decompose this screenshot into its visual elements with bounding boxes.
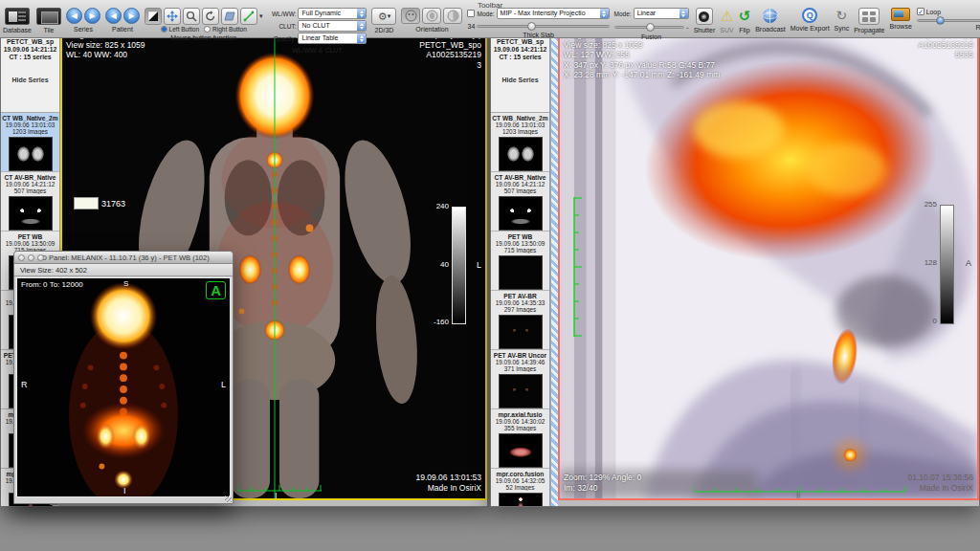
shutter-group: Shutter bbox=[694, 8, 716, 33]
mouse-tools-caret-icon[interactable]: ▾ bbox=[259, 12, 263, 20]
series-thumbnail bbox=[499, 137, 543, 171]
right-button-radio[interactable]: Right Button bbox=[204, 26, 247, 33]
broadcast-icon[interactable] bbox=[762, 8, 778, 24]
orientation-right-marker: R bbox=[21, 380, 28, 389]
wlww-clut-group: WL/WW: Full Dynamic CLUT: No CLUT Opacit… bbox=[267, 8, 367, 54]
movie-export-icon[interactable]: Q bbox=[802, 8, 817, 23]
move-tool-button[interactable] bbox=[164, 8, 181, 25]
slab-position-indicator[interactable]: 31763 bbox=[74, 197, 125, 209]
series-next-button[interactable]: ▶ bbox=[84, 8, 100, 24]
rate-slider-knob[interactable] bbox=[936, 16, 945, 25]
series-image-count: 52 Images bbox=[491, 484, 549, 491]
patient-prev-button[interactable]: ◀ bbox=[105, 8, 122, 24]
series-list-item[interactable]: PET AV-BR Uncor 19.09.06 14:39:46 371 Im… bbox=[491, 350, 549, 409]
zoom-button[interactable] bbox=[37, 254, 44, 261]
head-coronal-icon bbox=[426, 10, 438, 22]
rotate-icon bbox=[205, 11, 216, 22]
resize-grip[interactable] bbox=[225, 496, 232, 502]
patient-next-button[interactable]: ▶ bbox=[123, 8, 140, 24]
wlww-label: WL/WW: bbox=[267, 11, 296, 17]
3d-panel-titlebar[interactable]: 3D Panel: MELANIX - 11.10.71 (36 y) - PE… bbox=[14, 252, 233, 264]
select-arrows-icon bbox=[357, 9, 366, 18]
thickslab-tool-button[interactable] bbox=[221, 8, 238, 25]
clipping-range-indicator[interactable] bbox=[573, 197, 979, 500]
shutter-button[interactable] bbox=[696, 8, 713, 25]
series-list-item[interactable]: CT WB_Native_2m 19.09.06 13:01:03 1203 I… bbox=[491, 113, 549, 172]
series-date: 19.09.06 13:50:09 bbox=[1, 240, 59, 247]
length-tool-button[interactable] bbox=[240, 8, 257, 25]
minimize-button[interactable] bbox=[28, 254, 34, 261]
orientation-preset-badge[interactable]: A bbox=[206, 281, 226, 299]
movie-export-label: Movie Export bbox=[791, 25, 830, 32]
orientation-sagittal-button[interactable] bbox=[443, 8, 462, 24]
colorbar-min-label: -160 bbox=[434, 318, 449, 326]
window-controls bbox=[18, 254, 44, 261]
opacity-select[interactable]: Linear Table bbox=[298, 33, 367, 44]
fusion-slider[interactable] bbox=[614, 26, 684, 29]
series-name: CT WB_Native_2m bbox=[1, 115, 59, 121]
orientation-axial-button[interactable] bbox=[401, 8, 420, 24]
hide-series-button[interactable]: Hide Series bbox=[491, 77, 549, 83]
flip-group: ↺ Flip bbox=[739, 8, 751, 33]
series-prev-button[interactable]: ◀ bbox=[66, 8, 82, 24]
tile-group: Tile bbox=[36, 8, 61, 33]
series-thumbnail bbox=[499, 315, 543, 349]
volume-render-viewport[interactable]: Image size: 828 x 899 View size: 825 x 1… bbox=[558, 26, 979, 500]
series-list-item[interactable]: mpr.axial.fusio 19.09.06 14:30:02 355 Im… bbox=[491, 409, 549, 469]
broadcast-group: Broadcast bbox=[755, 8, 786, 33]
series-list-item[interactable]: CT AV-BR_Native 19.09.06 14:21:12 507 Im… bbox=[1, 172, 59, 231]
series-date: 19.09.06 14:21:12 bbox=[491, 181, 549, 187]
series-image-count: 371 Images bbox=[491, 365, 549, 372]
rate-group-label: Rate bbox=[975, 24, 980, 31]
flip-icon[interactable]: ↺ bbox=[739, 8, 751, 25]
browse-folder-icon[interactable] bbox=[891, 8, 910, 21]
thickslab-slider-knob[interactable] bbox=[527, 22, 536, 31]
select-arrows-icon bbox=[600, 9, 609, 18]
sync-icon[interactable]: ↻ bbox=[836, 8, 848, 23]
2d3d-button[interactable]: ⚙ ▾ bbox=[371, 8, 396, 25]
select-arrows-icon bbox=[357, 21, 366, 31]
2d3d-label: 2D/3D bbox=[375, 27, 394, 33]
mouse-function-group: ▾ Left Button Right Button Mouse button … bbox=[145, 8, 263, 41]
sync-group: ↻ Sync bbox=[835, 8, 850, 32]
thickslab-slider[interactable] bbox=[477, 25, 609, 28]
series-name: CT WB_Native_2m bbox=[491, 115, 549, 121]
fusion-group-label: Fusion bbox=[641, 33, 661, 40]
left-button-radio[interactable]: Left Button bbox=[161, 26, 199, 33]
zoom-tool-button[interactable] bbox=[183, 8, 200, 25]
select-arrows-icon bbox=[357, 33, 366, 43]
orientation-inferior-marker: I bbox=[797, 491, 800, 500]
fusion-slider-knob[interactable] bbox=[646, 23, 655, 32]
gear-icon: ⚙ bbox=[378, 11, 388, 23]
propagate-button[interactable] bbox=[858, 8, 880, 25]
series-list-item[interactable]: CT AV-BR_Native 19.09.06 14:21:12 507 Im… bbox=[491, 172, 549, 231]
pet-mip-viewport[interactable]: From: 0 To: 12000 A R L S I bbox=[16, 277, 231, 497]
thick-slab-group: Mode: MIP - Max Intensity Projectio 34 T… bbox=[467, 8, 609, 38]
series-list-item[interactable]: CT WB_Native_2m 19.09.06 13:01:03 1203 I… bbox=[1, 113, 59, 172]
orientation-inferior-marker: I bbox=[123, 486, 126, 496]
slab-position-value: 31763 bbox=[101, 199, 125, 209]
series-name: PET WB bbox=[1, 233, 59, 240]
sidebar-scrollbar[interactable] bbox=[550, 26, 558, 506]
close-button[interactable] bbox=[18, 254, 25, 261]
thickslab-mode-checkbox[interactable] bbox=[467, 10, 475, 17]
series-list-item[interactable]: PET WB 19.09.06 13:50:09 715 Images bbox=[491, 231, 549, 291]
series-image-count: 507 Images bbox=[1, 187, 59, 194]
series-thumbnail bbox=[9, 196, 53, 231]
tile-icon[interactable] bbox=[36, 8, 61, 25]
pet-mip-image bbox=[17, 278, 230, 496]
orientation-coronal-button[interactable] bbox=[422, 8, 441, 24]
clut-select[interactable]: No CLUT bbox=[298, 20, 367, 32]
database-icon[interactable] bbox=[5, 8, 30, 25]
study-series-count: CT : 15 series bbox=[491, 54, 549, 61]
rotate-tool-button[interactable] bbox=[202, 8, 219, 25]
colorbar-min-label: 0 bbox=[933, 317, 937, 325]
series-list-item[interactable]: PET AV-BR 19.09.06 14:35:33 297 Images bbox=[491, 291, 549, 350]
hide-series-button[interactable]: Hide Series bbox=[1, 77, 59, 83]
rate-slider[interactable] bbox=[917, 19, 980, 22]
suv-warning-icon[interactable]: ⚠ bbox=[721, 8, 733, 25]
series-date: 19.09.06 13:01:03 bbox=[491, 121, 549, 128]
contrast-tool-button[interactable] bbox=[145, 8, 162, 25]
series-list-item[interactable]: mpr.coro.fusion 19.09.06 14:32:05 52 Ima… bbox=[491, 469, 549, 506]
series-image-count: 1203 Images bbox=[1, 128, 59, 135]
